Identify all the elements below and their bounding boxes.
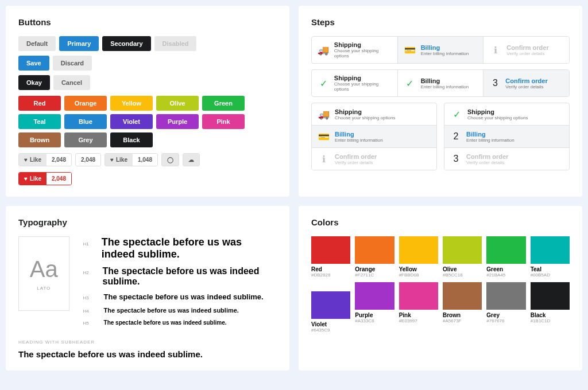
steps-card: Steps 🚚ShippingChoose your shipping opti… [299, 6, 582, 197]
check-icon: ✓ [318, 77, 330, 89]
steps-vertical-1: 🚚ShippingChoose your shipping options 💳B… [311, 103, 437, 170]
count-label[interactable]: 2,048 [75, 153, 101, 166]
default-button[interactable]: Default [18, 36, 56, 51]
purple-button[interactable]: Purple [156, 114, 199, 129]
color-box [355, 282, 394, 310]
teal-button[interactable]: Teal [18, 114, 61, 129]
typography-card: Typography Aa LATO H1The spectacle befor… [6, 206, 289, 370]
discard-button[interactable]: Discard [53, 56, 92, 71]
heart-icon: Like [19, 173, 47, 185]
color-box [486, 236, 525, 264]
like-label-red[interactable]: Like2,048 [18, 172, 72, 185]
cloud-label[interactable]: ☁ [183, 153, 200, 166]
brown-button[interactable]: Brown [18, 132, 61, 147]
step-shipping[interactable]: 🚚ShippingChoose your shipping options [312, 103, 436, 125]
violet-button[interactable]: Violet [110, 114, 153, 129]
secondary-button[interactable]: Secondary [102, 36, 150, 51]
check-icon: ✓ [450, 108, 463, 120]
olive-button[interactable]: Olive [156, 96, 199, 111]
step-confirm: ℹConfirm orderVerify order details [483, 37, 569, 63]
info-icon: ℹ [489, 44, 502, 56]
h2-sample: The spectacle before us was indeed subli… [103, 266, 277, 287]
color-box [311, 291, 350, 319]
step-billing[interactable]: 💳BillingEnter billing information [397, 37, 483, 63]
color-box [399, 282, 438, 310]
swatch-grey: Grey#767676 [486, 282, 525, 333]
like-label[interactable]: Like2,048 [18, 153, 72, 166]
swatch-yellow: Yellow#FBBD08 [399, 236, 438, 278]
steps-title: Steps [311, 17, 570, 27]
truck-icon: 🚚 [318, 44, 330, 56]
color-box [531, 282, 570, 310]
yellow-button[interactable]: Yellow [110, 96, 153, 111]
typography-title: Typography [18, 217, 277, 227]
font-sample: Aa [30, 256, 58, 282]
swatch-teal: Teal#00B5AD [531, 236, 570, 278]
cloud-icon: ☁ [183, 154, 199, 166]
disabled-button: Disabled [154, 36, 197, 51]
steps-row-1: 🚚ShippingChoose your shipping options 💳B… [311, 36, 570, 64]
card-icon: 💳 [404, 44, 416, 56]
step-confirm: 3Confirm orderVerify order details [444, 147, 569, 170]
info-icon: ℹ [318, 153, 330, 165]
green-button[interactable]: Green [202, 96, 245, 111]
heart-icon: Like [19, 154, 47, 166]
buttons-card: Buttons Default Primary Secondary Disabl… [6, 6, 289, 197]
steps-row-2: ✓ShippingChoose your shipping options ✓B… [311, 69, 570, 97]
color-box [531, 236, 570, 264]
red-button[interactable]: Red [18, 96, 61, 111]
swatch-red: Red#DB2828 [311, 236, 350, 278]
steps-vertical-2: ✓ShippingChoose your shipping options 2B… [444, 103, 570, 170]
save-button[interactable]: Save [18, 56, 49, 71]
color-box [399, 236, 438, 264]
font-name: LATO [37, 286, 51, 291]
color-box [486, 282, 525, 310]
color-buttons-row: RedOrangeYellowOliveGreenTealBlueVioletP… [18, 96, 277, 147]
okay-button[interactable]: Okay [18, 75, 50, 90]
font-sample-box: Aa LATO [18, 236, 69, 311]
step-billing[interactable]: ✓BillingEnter billing information [397, 70, 483, 96]
subheader-label: HEADING WITH SUBHEADER [18, 340, 277, 345]
h3-sample: The spectacle before us was indeed subli… [104, 292, 264, 301]
step-billing[interactable]: 💳BillingEnter billing information [312, 125, 436, 147]
blue-button[interactable]: Blue [64, 114, 107, 129]
swatch-violet: Violet#6435C9 [311, 291, 350, 333]
swatch-black: Black#1B1C1D [531, 282, 570, 333]
github-icon: ◯ [162, 154, 179, 166]
colors-card: Colors Red#DB2828Orange#F2711CYellow#FBB… [299, 206, 582, 370]
color-box [311, 236, 350, 264]
heart-icon: Like [105, 154, 133, 166]
orange-button[interactable]: Orange [64, 96, 107, 111]
like-label-2[interactable]: Like1,048 [105, 153, 158, 166]
step-shipping[interactable]: ✓ShippingChoose your shipping options [444, 103, 569, 125]
colors-title: Colors [311, 217, 570, 227]
color-box [443, 236, 482, 264]
step-shipping[interactable]: ✓ShippingChoose your shipping options [312, 70, 397, 96]
subheader-text: The spectacle before us was indeed subli… [18, 349, 277, 359]
h5-sample: The spectacle before us was indeed subli… [104, 319, 227, 326]
step-billing[interactable]: 2BillingEnter billing information [444, 125, 569, 147]
black-button[interactable]: Black [110, 132, 153, 147]
swatch-olive: Olive#B5CC18 [443, 236, 482, 278]
h1-sample: The spectacle before us was indeed subli… [102, 236, 277, 260]
swatch-orange: Orange#F2711C [355, 236, 394, 278]
step-confirm: ℹConfirm orderVerify order details [312, 147, 436, 170]
grey-button[interactable]: Grey [64, 132, 107, 147]
color-box [443, 282, 482, 310]
check-icon: ✓ [404, 77, 416, 89]
swatch-brown: Brown#A5673F [443, 282, 482, 333]
swatch-pink: Pink#E03997 [399, 282, 438, 333]
step-confirm[interactable]: 3Confirm orderVerify order details [483, 70, 569, 96]
card-icon: 💳 [318, 130, 330, 143]
h4-sample: The spectacle before us was indeed subli… [104, 307, 239, 314]
github-label[interactable]: ◯ [161, 153, 179, 166]
swatch-green: Green#21BA45 [486, 236, 525, 278]
step-shipping[interactable]: 🚚ShippingChoose your shipping options [312, 37, 397, 63]
primary-button[interactable]: Primary [59, 36, 99, 51]
pink-button[interactable]: Pink [202, 114, 245, 129]
buttons-title: Buttons [18, 17, 277, 27]
truck-icon: 🚚 [318, 108, 330, 120]
swatch-purple: Purple#A333C8 [355, 282, 394, 333]
color-box [355, 236, 394, 264]
cancel-button[interactable]: Cancel [53, 75, 90, 90]
